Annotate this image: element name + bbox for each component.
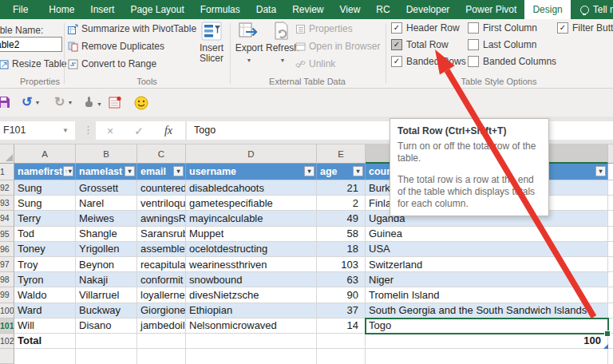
checkbox-total-row[interactable]: ✓Total Row bbox=[391, 39, 449, 50]
row-number[interactable]: 92 bbox=[0, 180, 14, 196]
tab-rc[interactable]: RC bbox=[368, 0, 397, 19]
cell-email[interactable]: jambedoil bbox=[137, 318, 186, 334]
cell-country[interactable]: Switzerland bbox=[366, 257, 608, 272]
tab-page-layout[interactable]: Page Layout bbox=[122, 0, 192, 19]
cell-email[interactable]: assemblet bbox=[137, 242, 186, 257]
empty-cell[interactable] bbox=[76, 349, 137, 364]
table-header-username[interactable]: username▾ bbox=[186, 164, 317, 180]
enter-check-icon[interactable]: ✓ bbox=[134, 125, 144, 137]
cell-age[interactable]: 37 bbox=[317, 303, 366, 318]
cell-sliver[interactable] bbox=[608, 303, 613, 318]
cell-country[interactable]: Guinea bbox=[366, 227, 608, 242]
filter-button[interactable]: ▾ bbox=[304, 166, 314, 176]
cell-username[interactable]: snowbound bbox=[186, 272, 317, 287]
cell-country[interactable]: Niger bbox=[366, 272, 608, 287]
cell-sliver[interactable] bbox=[608, 242, 613, 257]
cell-age[interactable]: 14 bbox=[317, 318, 366, 334]
cell-age[interactable]: 58 bbox=[317, 227, 366, 242]
table-header-namefirst[interactable]: namefirst↑▾ bbox=[14, 164, 76, 180]
cell-namefirst[interactable]: Ward bbox=[14, 303, 76, 318]
cell-namelast[interactable]: Yrigollen bbox=[76, 242, 137, 257]
cell-age[interactable]: 63 bbox=[317, 272, 366, 287]
tab-insert[interactable]: Insert bbox=[82, 0, 122, 19]
empty-cell[interactable] bbox=[14, 349, 76, 364]
cell-namefirst[interactable]: Tyron bbox=[14, 272, 76, 287]
total-cell-namefirst[interactable]: Total bbox=[14, 334, 76, 349]
cell-age[interactable]: 103 bbox=[317, 257, 366, 272]
tab-data[interactable]: Data bbox=[248, 0, 284, 19]
table-header-email[interactable]: email▾ bbox=[137, 164, 186, 180]
tab-design[interactable]: Design bbox=[524, 0, 570, 19]
remove-duplicates-button[interactable]: Remove Duplicates bbox=[68, 41, 164, 52]
cell-sliver[interactable] bbox=[608, 196, 613, 211]
tab-file[interactable]: File bbox=[0, 0, 41, 19]
table-name-input[interactable] bbox=[0, 37, 62, 52]
column-header-a[interactable]: A bbox=[14, 144, 76, 164]
row-number[interactable]: 1 bbox=[0, 164, 14, 180]
cell-sliver[interactable] bbox=[608, 287, 613, 303]
cell-age[interactable]: 18 bbox=[317, 242, 366, 257]
cell-age[interactable]: 49 bbox=[317, 211, 366, 226]
total-cell-age[interactable] bbox=[317, 334, 366, 349]
cell-username[interactable]: gametespecifiable bbox=[186, 196, 317, 211]
cell-namelast[interactable]: Beynon bbox=[76, 257, 137, 272]
cell-namefirst[interactable]: Will bbox=[14, 318, 76, 334]
cell-namefirst[interactable]: Waldo bbox=[14, 287, 76, 303]
row-number[interactable]: 94 bbox=[0, 211, 14, 226]
resize-table-button[interactable]: Resize Table bbox=[0, 58, 66, 69]
cell-age[interactable]: 21 bbox=[317, 180, 366, 196]
insert-function-icon[interactable]: fx bbox=[164, 125, 172, 137]
row-number[interactable] bbox=[0, 349, 14, 364]
cell-country[interactable]: USA bbox=[366, 242, 608, 257]
cell-namelast[interactable]: Meiwes bbox=[76, 211, 137, 226]
cell-namelast[interactable]: Disano bbox=[76, 318, 137, 334]
empty-cell[interactable] bbox=[186, 349, 317, 364]
cell-username[interactable]: Ethiopian bbox=[186, 303, 317, 318]
save-icon[interactable] bbox=[0, 96, 10, 109]
total-cell-country[interactable]: 100 bbox=[366, 334, 608, 349]
cell-age[interactable]: 2 bbox=[317, 196, 366, 211]
touch-mouse-mode-button[interactable]: ▼ bbox=[83, 96, 102, 112]
cell-namefirst[interactable]: Terry bbox=[14, 211, 76, 226]
smiley-icon[interactable] bbox=[134, 96, 148, 110]
cell-namelast[interactable]: Buckway bbox=[76, 303, 137, 318]
cell-age[interactable]: 90 bbox=[317, 287, 366, 303]
filter-button[interactable]: ▾ bbox=[173, 166, 184, 176]
column-header-d[interactable]: D bbox=[186, 144, 317, 164]
checkbox-banded-columns[interactable]: Banded Columns bbox=[468, 56, 556, 67]
tab-developer[interactable]: Developer bbox=[398, 0, 458, 19]
filter-button[interactable]: ▾ bbox=[353, 166, 363, 176]
column-header-b[interactable]: B bbox=[76, 144, 137, 164]
cell-namefirst[interactable]: Sung bbox=[14, 196, 76, 211]
tab-review[interactable]: Review bbox=[284, 0, 331, 19]
row-number[interactable]: 93 bbox=[0, 196, 14, 211]
cell-sliver[interactable] bbox=[608, 272, 613, 287]
empty-cell[interactable] bbox=[317, 349, 366, 364]
export-button[interactable]: Export ▼ bbox=[231, 22, 267, 65]
filter-button[interactable]: ▾ bbox=[595, 166, 606, 176]
row-number[interactable]: 102 bbox=[0, 334, 14, 349]
checkbox-filter-button[interactable]: ✓Filter Button bbox=[557, 22, 613, 34]
row-number[interactable]: 101 bbox=[0, 318, 14, 334]
cell-sliver[interactable] bbox=[608, 211, 613, 226]
cell-namefirst[interactable]: Sung bbox=[14, 180, 76, 196]
row-number[interactable]: 98 bbox=[0, 272, 14, 287]
checkbox-last-column[interactable]: Last Column bbox=[468, 39, 536, 50]
row-number[interactable]: 97 bbox=[0, 257, 14, 272]
name-box[interactable]: F101 ▼ bbox=[0, 121, 75, 140]
cell-sliver[interactable] bbox=[608, 257, 613, 272]
undo-button[interactable]: ↺ ▼ bbox=[22, 96, 40, 109]
formula-bar-drag-dots[interactable]: ⋮ bbox=[83, 124, 93, 136]
cell-sliver[interactable] bbox=[608, 180, 613, 196]
cell-namelast[interactable]: Narel bbox=[76, 196, 137, 211]
cell-username[interactable]: Nelsonmicrowaved bbox=[186, 318, 317, 334]
select-all-corner[interactable] bbox=[0, 144, 14, 164]
total-cell-username[interactable] bbox=[186, 334, 317, 349]
tab-power-pivot[interactable]: Power Pivot bbox=[457, 0, 524, 19]
cell-username[interactable]: ocelotdestructing bbox=[186, 242, 317, 257]
checkbox-header-row[interactable]: ✓Header Row bbox=[391, 22, 460, 34]
active-cell-selection[interactable] bbox=[365, 318, 609, 334]
checkbox-banded-rows[interactable]: ✓Banded Rows bbox=[391, 56, 466, 67]
cell-country[interactable]: South Georgia and the South Sandwich Isl… bbox=[366, 303, 608, 318]
cell-sliver[interactable] bbox=[608, 349, 613, 364]
